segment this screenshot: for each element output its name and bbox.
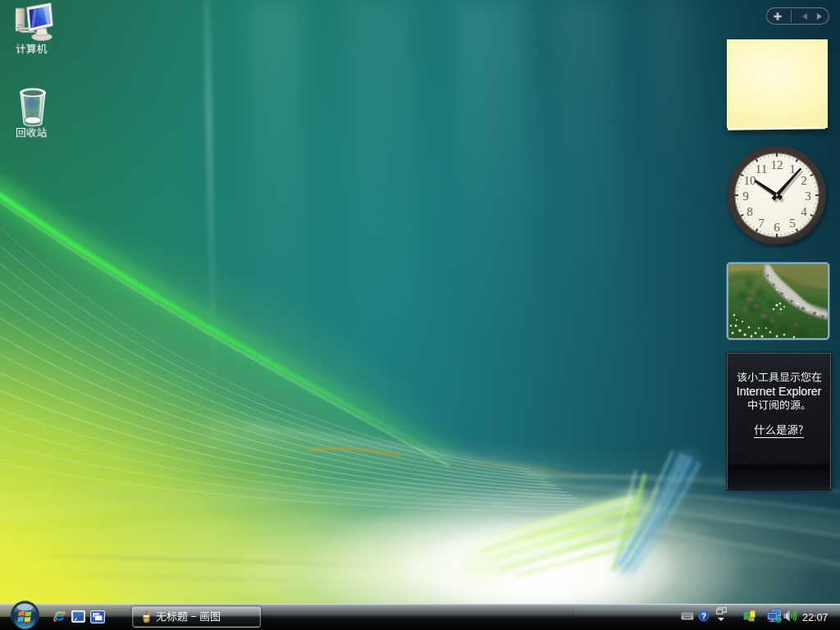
svg-text:9: 9 (742, 189, 749, 203)
svg-text:4: 4 (801, 205, 807, 218)
svg-text:11: 11 (756, 162, 767, 176)
svg-text:?: ? (701, 612, 706, 621)
svg-text:6: 6 (774, 221, 780, 234)
svg-text:1: 1 (789, 162, 796, 176)
svg-text:12: 12 (771, 158, 783, 171)
svg-text:8: 8 (746, 205, 753, 218)
svg-text:7: 7 (758, 217, 765, 230)
svg-text:2: 2 (801, 174, 807, 187)
svg-text:10: 10 (744, 174, 756, 187)
svg-text:3: 3 (805, 189, 811, 203)
svg-text:5: 5 (789, 217, 796, 230)
